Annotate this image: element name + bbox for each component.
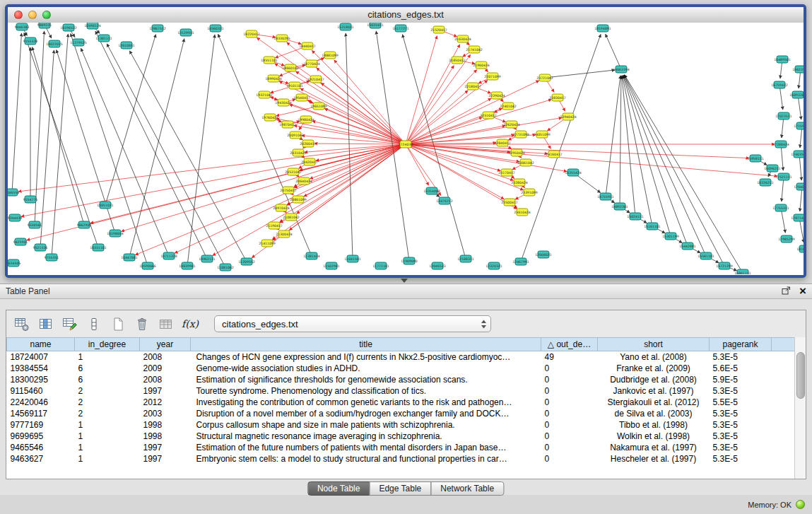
table-cell[interactable]: Tibbo et al. (1998)	[598, 419, 710, 431]
graph-edge[interactable]	[346, 33, 353, 259]
graph-edge[interactable]	[107, 44, 225, 267]
zoom-window-button[interactable]	[42, 11, 51, 19]
table-cell[interactable]: Genome-wide association studies in ADHD.	[191, 363, 541, 374]
table-cell[interactable]: Nakamura et al. (1997)	[598, 442, 710, 453]
graph-edge[interactable]	[317, 68, 406, 144]
table-selector-dropdown[interactable]: citations_edges.txt	[214, 315, 491, 332]
graph-node[interactable]: 11381424	[303, 252, 319, 259]
table-cell[interactable]: 9463627	[7, 453, 75, 465]
table-cell[interactable]: Tourette syndrome. Phenomenology and cla…	[191, 385, 541, 397]
table-cell[interactable]: 18724007	[7, 351, 75, 363]
graph-edge[interactable]	[21, 144, 406, 216]
graph-node[interactable]: 10839901	[179, 262, 195, 269]
graph-edge[interactable]	[406, 144, 519, 162]
graph-node[interactable]: 16177271	[392, 25, 408, 32]
graph-node[interactable]: 11381111	[95, 35, 112, 42]
graph-node[interactable]: 15861111	[734, 269, 751, 274]
graph-node[interactable]: 17159666	[794, 122, 804, 129]
graph-node[interactable]: 10447681	[121, 254, 137, 261]
graph-node[interactable]: 14755911	[597, 193, 613, 200]
table-cell[interactable]: Changes of HCN gene expression and I(f) …	[191, 351, 541, 363]
graph-edge[interactable]	[312, 121, 406, 144]
table-cell[interactable]: 0	[541, 431, 598, 442]
close-panel-icon[interactable]: ×	[799, 286, 806, 296]
table-cell[interactable]: Structural magnetic resonance image aver…	[191, 431, 541, 442]
graph-node[interactable]: 15721299	[716, 262, 732, 269]
graph-node[interactable]: 21411099	[259, 240, 275, 247]
graph-node[interactable]: 12320321	[486, 262, 502, 269]
scrollbar-thumb[interactable]	[796, 352, 805, 399]
table-row[interactable]: 946554611997Estimation of the future num…	[7, 442, 795, 453]
table-cell[interactable]: 2	[75, 408, 140, 419]
graph-node[interactable]: 18103111	[796, 245, 804, 252]
graph-node[interactable]: 22071099	[484, 73, 500, 80]
table-cell[interactable]: 5.3E-5	[710, 431, 772, 442]
graph-node[interactable]: 14663394	[613, 66, 629, 73]
table-cell[interactable]: Franke et al. (2009)	[598, 363, 710, 374]
graph-node[interactable]: 22840417	[494, 139, 510, 146]
graph-node[interactable]: 24051099	[534, 131, 550, 138]
graph-node[interactable]: 11279525	[70, 39, 86, 46]
graph-node[interactable]: 12188311	[457, 255, 473, 262]
table-row[interactable]: 1830029562008Estimation of significance …	[7, 374, 795, 385]
table-cell[interactable]: 1998	[140, 419, 191, 431]
graph-edge[interactable]	[314, 144, 406, 144]
graph-node[interactable]: 19210417	[307, 76, 324, 83]
panel-splitter-handle[interactable]	[401, 279, 408, 283]
graph-node[interactable]: 13354008	[423, 187, 440, 194]
import-table-button[interactable]	[155, 313, 177, 334]
table-cell[interactable]: 9115460	[7, 385, 75, 397]
table-cell[interactable]: 1	[75, 351, 140, 363]
table-cell[interactable]: 2	[75, 397, 140, 408]
graph-node[interactable]: 23061042	[517, 159, 534, 166]
graph-node[interactable]: 16623511	[792, 66, 804, 73]
graph-node[interactable]: 9425901	[13, 238, 28, 245]
graph-node[interactable]: 11502901	[323, 262, 339, 269]
graph-node[interactable]: 9809221	[37, 23, 52, 28]
graph-node[interactable]: 11771101	[372, 262, 389, 269]
table-cell[interactable]: 1	[75, 453, 140, 465]
graph-node[interactable]: 23721042	[536, 74, 553, 81]
graph-node[interactable]: 12610651	[118, 42, 134, 49]
table-cell[interactable]: 1997	[140, 442, 191, 453]
table-row[interactable]: 1872400712008Changes of HCN gene express…	[7, 351, 795, 363]
graph-node[interactable]: 16355424	[565, 169, 581, 176]
graph-node[interactable]: 9634505	[8, 259, 20, 267]
graph-edge[interactable]	[12, 33, 21, 192]
graph-node[interactable]: 10051021	[97, 201, 113, 209]
graph-edge[interactable]	[406, 144, 517, 209]
network-graph[interactable]: 9046383980922110196522105901249155328100…	[8, 23, 804, 274]
table-cell[interactable]: 2008	[140, 374, 191, 385]
table-cell[interactable]: Stergiakouli et al. (2012)	[598, 397, 710, 408]
table-cell[interactable]: 5.3E-5	[710, 385, 772, 397]
column-header-pagerank[interactable]: pagerank	[710, 338, 772, 351]
close-window-button[interactable]	[14, 11, 23, 19]
table-cell[interactable]: 1	[75, 442, 140, 453]
graph-node[interactable]: 19321042	[256, 91, 272, 98]
graph-edge[interactable]	[129, 51, 247, 262]
graph-node[interactable]: 18220417	[243, 30, 259, 37]
table-cell[interactable]: 5.3E-5	[710, 419, 772, 431]
table-settings-button[interactable]	[11, 313, 33, 334]
graph-node[interactable]: 15635411	[367, 23, 383, 28]
graph-edge[interactable]	[521, 34, 601, 262]
column-header-name[interactable]: name	[7, 338, 75, 351]
table-cell[interactable]: 5.9E-5	[710, 374, 772, 385]
graph-edge[interactable]	[324, 109, 406, 144]
table-cell[interactable]: 5.3E-5	[710, 351, 772, 363]
delete-table-button[interactable]	[131, 313, 153, 334]
graph-node[interactable]: 9155328	[23, 37, 38, 45]
graph-node[interactable]: 21300424	[276, 230, 292, 238]
table-cell[interactable]: Hescheler et al. (1997)	[598, 453, 710, 465]
graph-node[interactable]: 23500417	[501, 199, 517, 206]
graph-node[interactable]: 21081042	[283, 214, 299, 221]
graph-node[interactable]: 18551101	[261, 57, 277, 64]
graph-node[interactable]: 23830417	[549, 94, 565, 101]
graph-node[interactable]: 10022015	[46, 40, 62, 47]
table-row[interactable]: 969969511998Structural magnetic resonanc…	[7, 431, 795, 442]
graph-node[interactable]: 22731099	[512, 131, 529, 138]
graph-edge[interactable]	[290, 105, 406, 144]
table-cell[interactable]: 5.5E-5	[710, 397, 772, 408]
table-cell[interactable]: Wolkin et al. (1998)	[598, 431, 710, 442]
show-columns-button[interactable]	[35, 313, 57, 334]
